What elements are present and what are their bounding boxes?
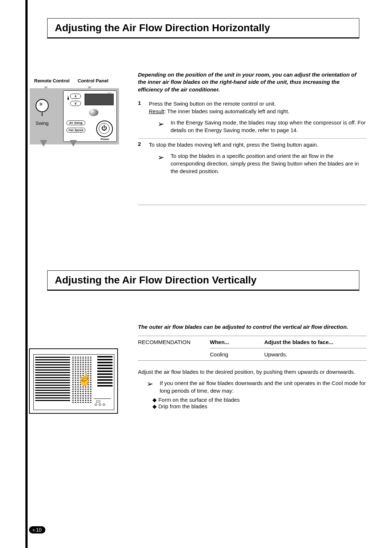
swing-label: Swing xyxy=(35,120,49,126)
step-1: 1 Press the Swing button on the remote c… xyxy=(138,100,367,139)
controls-illustration: Swing 🌡 〰 ∧ ∨ Air Swing Fan Speed Power xyxy=(30,88,119,144)
swing-button-icon xyxy=(36,99,49,112)
page-number-badge: E-10 xyxy=(29,526,45,533)
indicator-led-icon xyxy=(89,109,98,116)
control-panel-label: Control Panel xyxy=(78,78,109,83)
section2-intro: The outer air flow blades can be adjuste… xyxy=(138,323,367,331)
step1-number: 1 xyxy=(138,100,144,134)
col-when-header: When... xyxy=(210,336,264,348)
cell-adjust: Upwards. xyxy=(264,348,367,360)
bullet-2: Drip from the blades xyxy=(152,403,367,410)
note-arrow-icon: ➢ xyxy=(156,119,166,134)
air-swing-button-icon: Air Swing xyxy=(66,120,85,125)
remote-control-figure: Swing xyxy=(35,99,49,126)
fan-speed-button-icon: Fan Speed xyxy=(66,128,85,132)
temp-down-button-icon: ∨ xyxy=(70,101,81,106)
cell-when: Cooling xyxy=(210,348,264,360)
pointer-down-panel-icon xyxy=(70,140,77,147)
recommendation-label: RECOMMENDATION xyxy=(138,336,203,360)
recommendation-table: RECOMMENDATION When... Adjust the blades… xyxy=(138,336,367,361)
section1-title-box: Adjusting the Air Flow Direction Horizon… xyxy=(47,18,359,38)
panel-display-icon xyxy=(85,94,114,105)
step-2: 2 To stop the blades moving left and rig… xyxy=(138,141,367,179)
adjust-instruction: Adjust the air flow blades to the desire… xyxy=(138,368,370,376)
page-number-prefix: E- xyxy=(33,528,36,532)
remote-line-icon xyxy=(42,113,42,116)
warn-text: If you orient the air flow blades downwa… xyxy=(160,379,367,394)
section2-title-box: Adjusting the Air Flow Direction Vertica… xyxy=(47,270,359,291)
step1-result-label: Result xyxy=(149,108,164,114)
ac-unit-illustration: ☝ xyxy=(29,348,118,414)
section2-title: Adjusting the Air Flow Direction Vertica… xyxy=(55,274,352,286)
horizontal-grille-icon xyxy=(35,357,70,403)
col-adjust-header: Adjust the blades to face... xyxy=(264,336,367,348)
power-label: Power xyxy=(101,138,109,141)
step1-text: Press the Swing button on the remote con… xyxy=(149,100,367,107)
hand-icon: ☝ xyxy=(75,370,93,387)
step2-number: 2 xyxy=(138,141,144,175)
section1-title: Adjusting the Air Flow Direction Horizon… xyxy=(55,22,352,34)
temp-up-button-icon: ∧ xyxy=(70,94,81,99)
left-spine xyxy=(25,0,28,548)
note-arrow-icon: ➢ xyxy=(145,379,155,394)
page-number: 10 xyxy=(36,527,42,533)
mini-panel-icon xyxy=(94,398,111,408)
section1-intro: Depending on the position of the unit in… xyxy=(138,71,363,93)
control-panel-figure: 🌡 〰 ∧ ∨ Air Swing Fan Speed Power xyxy=(63,90,117,142)
bullet-1: Form on the surface of the blades xyxy=(152,397,367,403)
note1-text: In the Energy Saving mode, the blades ma… xyxy=(171,119,367,134)
section1-steps: 1 Press the Swing button on the remote c… xyxy=(138,100,367,179)
remote-control-label: Remote Control xyxy=(34,78,70,83)
side-grille-icon xyxy=(97,356,113,392)
step2-text: To stop the blades moving left and right… xyxy=(149,141,367,148)
pointer-down-remote-icon xyxy=(40,140,47,147)
note2-text: To stop the blades in a specific positio… xyxy=(171,152,367,175)
warn-bullets: Form on the surface of the blades Drip f… xyxy=(152,397,367,410)
step1-result-text: : The inner blades swing automatically l… xyxy=(164,108,290,114)
power-button-icon xyxy=(96,120,113,137)
note-arrow-icon: ➢ xyxy=(156,152,166,175)
